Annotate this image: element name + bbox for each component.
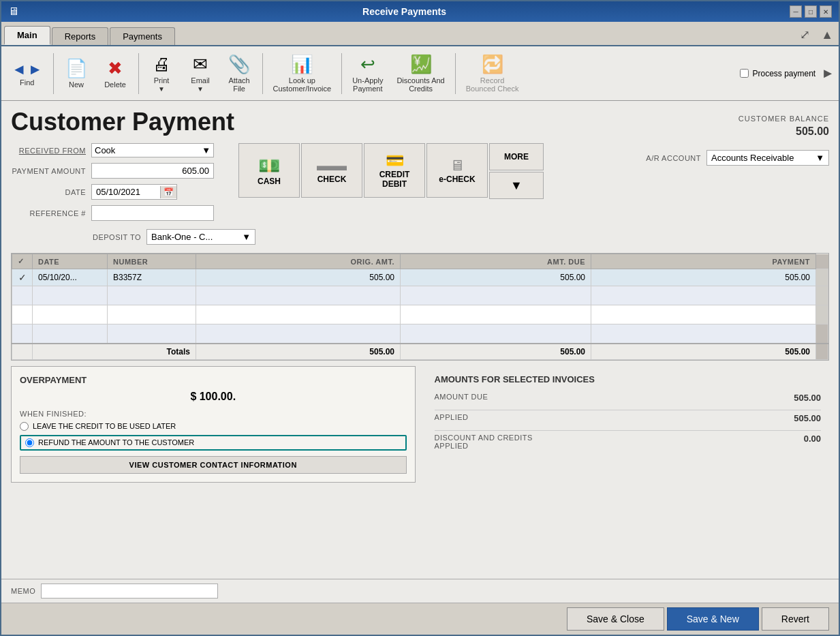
tab-main[interactable]: Main [4, 26, 50, 45]
unapply-button[interactable]: ↩ Un-ApplyPayment [346, 50, 389, 96]
received-from-label: RECEIVED FROM [11, 147, 86, 155]
received-from-row: RECEIVED FROM Cook ▼ [11, 143, 214, 157]
more-button[interactable]: MORE [489, 143, 544, 170]
table-row-empty-3[interactable] [12, 324, 828, 344]
more-label: MORE [504, 152, 529, 162]
col-number: NUMBER [108, 254, 196, 269]
print-label: Print▼ [154, 76, 170, 93]
tab-payments[interactable]: Payments [110, 27, 175, 45]
received-from-dropdown[interactable]: Cook ▼ [91, 143, 214, 157]
new-label: New [69, 80, 84, 89]
check-button[interactable]: ▬▬ CHECK [301, 143, 362, 198]
calendar-icon[interactable]: 📅 [160, 186, 176, 198]
discount-label: DISCOUNT AND CREDITSAPPLIED [435, 434, 533, 450]
col-orig-amt: ORIG. AMT. [196, 254, 401, 269]
form-section: RECEIVED FROM Cook ▼ PAYMENT AMOUNT DATE… [11, 143, 829, 221]
window-icon: 🖥 [8, 5, 19, 18]
empty-due [401, 286, 591, 305]
table-row-empty-1[interactable] [12, 286, 828, 305]
credit-debit-icon: 💳 [386, 152, 404, 170]
col-date: DATE [33, 254, 108, 269]
option1-radio[interactable] [20, 422, 29, 431]
email-icon: ✉ [193, 54, 208, 75]
find-button[interactable]: ◄► Find [5, 57, 49, 90]
more-arrow-button[interactable]: ▼ [489, 172, 544, 199]
delete-button[interactable]: ✖ Delete [97, 55, 134, 92]
tab-reports[interactable]: Reports [52, 27, 109, 45]
window-title: Receive Payments [19, 6, 790, 17]
divider-2 [435, 430, 822, 431]
discounts-button[interactable]: 💹 Discounts AndCredits [390, 50, 450, 96]
attach-label: AttachFile [228, 76, 249, 93]
more-arrow-down-icon: ▼ [510, 179, 523, 193]
amounts-box: AMOUNTS FOR SELECTED INVOICES AMOUNT DUE… [426, 366, 830, 483]
delete-label: Delete [104, 80, 126, 89]
main-window: 🖥 Receive Payments ─ □ ✕ Main Reports Pa… [0, 0, 840, 636]
view-contact-button[interactable]: VIEW CUSTOMER CONTACT INFORMATION [20, 456, 407, 474]
minimize-button[interactable]: ─ [790, 5, 802, 18]
sep-2 [138, 53, 139, 94]
date-field[interactable] [92, 185, 160, 199]
cash-button[interactable]: 💵 CASH [238, 143, 300, 198]
revert-button[interactable]: Revert [762, 607, 829, 631]
invoice-table-container: ✓ DATE NUMBER ORIG. AMT. AMT. DUE PAYMEN… [11, 253, 829, 361]
credit-debit-button[interactable]: 💳 CREDITDEBIT [364, 143, 425, 198]
credit-debit-label: CREDITDEBIT [379, 170, 410, 189]
lookup-icon: 📊 [291, 54, 313, 75]
date-input[interactable]: 📅 [91, 184, 177, 200]
option2-radio[interactable] [25, 438, 34, 447]
totals-label: Totals [33, 344, 196, 360]
payment-amount-input[interactable] [91, 163, 214, 179]
discount-value: 0.00 [804, 434, 821, 450]
payment-amount-row: PAYMENT AMOUNT [11, 163, 214, 179]
process-payment-label: Process payment [752, 69, 815, 78]
col-amt-due: AMT. DUE [401, 254, 591, 269]
process-payment-checkbox[interactable] [740, 69, 749, 78]
deposit-to-label: DEPOSIT TO [93, 233, 141, 241]
cash-icon: 💵 [258, 155, 280, 177]
ar-account-label: A/R ACCOUNT [646, 154, 701, 162]
balance-label: CUSTOMER BALANCE [738, 115, 829, 123]
amount-due-row: AMOUNT DUE 505.00 [435, 393, 822, 403]
lookup-button[interactable]: 📊 Look upCustomer/Invoice [267, 50, 338, 96]
process-payment-section: Process payment [740, 69, 815, 78]
new-button[interactable]: 📄 New [58, 55, 95, 92]
empty2-check [12, 305, 33, 324]
amount-due-label: AMOUNT DUE [435, 393, 488, 403]
sep-1 [53, 53, 54, 94]
maximize-button[interactable]: □ [805, 5, 817, 18]
collapse-icon[interactable]: ▲ [815, 25, 839, 45]
unapply-icon: ↩ [360, 54, 375, 75]
unapply-label: Un-ApplyPayment [352, 76, 383, 93]
totals-orig: 505.00 [196, 344, 401, 360]
save-close-button[interactable]: Save & Close [567, 607, 664, 631]
print-button[interactable]: 🖨 Print▼ [143, 50, 181, 96]
table-row[interactable]: ✓ 05/10/20... B3357Z 505.00 505.00 505.0… [12, 269, 828, 286]
invoice-table: ✓ DATE NUMBER ORIG. AMT. AMT. DUE PAYMEN… [12, 254, 828, 360]
totals-check [12, 344, 33, 360]
row-number: B3357Z [108, 269, 196, 286]
deposit-dropdown-arrow-icon: ▼ [242, 232, 251, 242]
empty3-date [33, 324, 108, 344]
more-arrow[interactable]: ► [821, 65, 835, 81]
close-button[interactable]: ✕ [820, 5, 832, 18]
reference-input[interactable] [91, 205, 214, 221]
ar-account-dropdown[interactable]: Accounts Receivable ▼ [706, 150, 829, 166]
memo-label: MEMO [11, 587, 35, 595]
echeck-button[interactable]: 🖥 e-CHECK [426, 143, 488, 198]
discounts-label: Discounts AndCredits [396, 76, 444, 93]
expand-icon[interactable]: ⤢ [794, 25, 815, 45]
table-row-empty-2[interactable] [12, 305, 828, 324]
bounced-check-button[interactable]: 🔁 RecordBounced Check [460, 50, 525, 96]
email-button[interactable]: ✉ Email▼ [182, 50, 219, 96]
save-new-button[interactable]: Save & New [667, 607, 759, 631]
attach-button[interactable]: 📎 AttachFile [221, 50, 258, 96]
memo-input[interactable] [41, 584, 218, 599]
empty2-number [108, 305, 196, 324]
footer-buttons: Save & Close Save & New Revert [1, 603, 839, 635]
window-controls: ─ □ ✕ [790, 5, 832, 18]
row-date: 05/10/20... [33, 269, 108, 286]
deposit-to-dropdown[interactable]: Bank-One - C... ▼ [146, 229, 255, 245]
payment-amount-label: PAYMENT AMOUNT [11, 167, 86, 175]
content-area: Customer Payment CUSTOMER BALANCE 505.00… [1, 101, 839, 579]
